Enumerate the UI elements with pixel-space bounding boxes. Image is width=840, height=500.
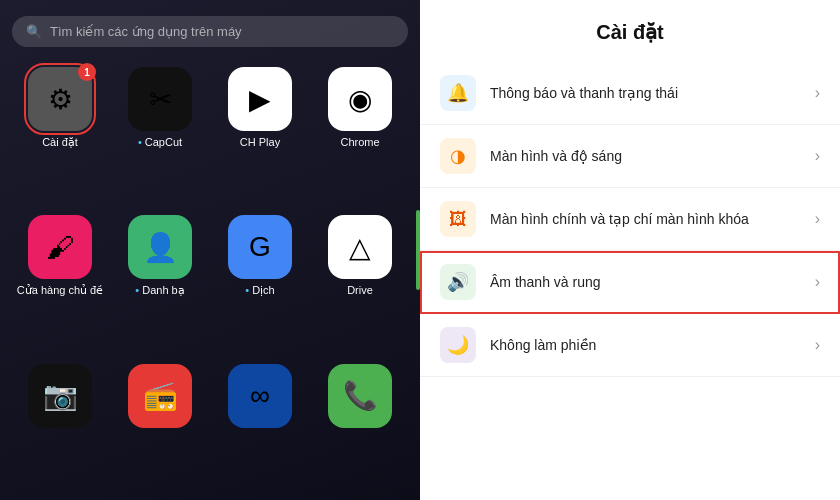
app-icon-caidat: ⚙1 <box>28 67 92 131</box>
app-label-chplay: CH Play <box>240 136 280 149</box>
settings-label-lockscreen: Màn hình chính và tạp chí màn hình khóa <box>490 210 815 228</box>
caidat-icon: ⚙ <box>48 83 73 116</box>
app-item-caidat[interactable]: ⚙1Cài đặt <box>12 67 108 205</box>
app-label-drive: Drive <box>347 284 373 297</box>
settings-label-sound: Âm thanh và rung <box>490 273 815 291</box>
apps-grid: ⚙1Cài đặt✂CapCut▶CH Play◉Chrome🖌Cửa hàng… <box>12 67 408 484</box>
app-item-dich[interactable]: GDịch <box>212 215 308 353</box>
app-label-chrome: Chrome <box>340 136 379 149</box>
app-icon-chrome: ◉ <box>328 67 392 131</box>
app-icon-capcut: ✂ <box>128 67 192 131</box>
display-icon: ◑ <box>440 138 476 174</box>
store-icon: 🖌 <box>46 231 74 264</box>
search-bar[interactable]: 🔍 <box>12 16 408 47</box>
app-label-dich: Dịch <box>245 284 274 297</box>
chplay-icon: ▶ <box>249 83 271 116</box>
app-item-capcut[interactable]: ✂CapCut <box>112 67 208 205</box>
chevron-display: › <box>815 147 820 165</box>
phone-icon: 📞 <box>343 379 378 412</box>
dich-icon: G <box>249 231 271 263</box>
chevron-sound: › <box>815 273 820 291</box>
chevron-notifications: › <box>815 84 820 102</box>
drive-icon: △ <box>349 231 371 264</box>
app-item-loop[interactable]: ∞ <box>212 364 308 484</box>
app-icon-danhbo: 👤 <box>128 215 192 279</box>
right-panel: Cài đặt 🔔Thông báo và thanh trạng thái›◑… <box>420 0 840 500</box>
app-icon-loop: ∞ <box>228 364 292 428</box>
badge-caidat: 1 <box>78 63 96 81</box>
app-item-video[interactable]: 📷 <box>12 364 108 484</box>
loop-icon: ∞ <box>250 380 270 412</box>
settings-item-lockscreen[interactable]: 🖼Màn hình chính và tạp chí màn hình khóa… <box>420 188 840 251</box>
chevron-dnd: › <box>815 336 820 354</box>
app-icon-video: 📷 <box>28 364 92 428</box>
app-item-store[interactable]: 🖌Cửa hàng chủ đề <box>12 215 108 353</box>
chrome-icon: ◉ <box>348 83 372 116</box>
settings-item-dnd[interactable]: 🌙Không làm phiền› <box>420 314 840 377</box>
app-item-phone[interactable]: 📞 <box>312 364 408 484</box>
settings-item-sound[interactable]: 🔊Âm thanh và rung› <box>420 251 840 314</box>
settings-label-dnd: Không làm phiền <box>490 336 815 354</box>
danhbo-icon: 👤 <box>143 231 178 264</box>
app-icon-dich: G <box>228 215 292 279</box>
app-icon-phone: 📞 <box>328 364 392 428</box>
search-input[interactable] <box>50 24 394 39</box>
app-icon-store: 🖌 <box>28 215 92 279</box>
settings-label-notifications: Thông báo và thanh trạng thái <box>490 84 815 102</box>
left-panel: 🔍 ⚙1Cài đặt✂CapCut▶CH Play◉Chrome🖌Cửa hà… <box>0 0 420 500</box>
settings-item-display[interactable]: ◑Màn hình và độ sáng› <box>420 125 840 188</box>
app-label-caidat: Cài đặt <box>42 136 78 149</box>
settings-item-notifications[interactable]: 🔔Thông báo và thanh trạng thái› <box>420 62 840 125</box>
settings-list: 🔔Thông báo và thanh trạng thái›◑Màn hình… <box>420 62 840 500</box>
settings-title: Cài đặt <box>420 20 840 44</box>
app-icon-chplay: ▶ <box>228 67 292 131</box>
app-item-radio[interactable]: 📻 <box>112 364 208 484</box>
lockscreen-icon: 🖼 <box>440 201 476 237</box>
app-icon-drive: △ <box>328 215 392 279</box>
chevron-lockscreen: › <box>815 210 820 228</box>
app-item-chrome[interactable]: ◉Chrome <box>312 67 408 205</box>
notifications-icon: 🔔 <box>440 75 476 111</box>
settings-label-display: Màn hình và độ sáng <box>490 147 815 165</box>
app-label-danhbo: Danh bạ <box>135 284 184 297</box>
app-item-danhbo[interactable]: 👤Danh bạ <box>112 215 208 353</box>
app-icon-radio: 📻 <box>128 364 192 428</box>
video-icon: 📷 <box>43 379 78 412</box>
app-label-store: Cửa hàng chủ đề <box>17 284 103 297</box>
sound-icon: 🔊 <box>440 264 476 300</box>
app-label-capcut: CapCut <box>138 136 182 149</box>
dnd-icon: 🌙 <box>440 327 476 363</box>
search-icon: 🔍 <box>26 24 42 39</box>
app-item-drive[interactable]: △Drive <box>312 215 408 353</box>
app-item-chplay[interactable]: ▶CH Play <box>212 67 308 205</box>
radio-icon: 📻 <box>143 379 178 412</box>
capcut-icon: ✂ <box>149 83 172 116</box>
